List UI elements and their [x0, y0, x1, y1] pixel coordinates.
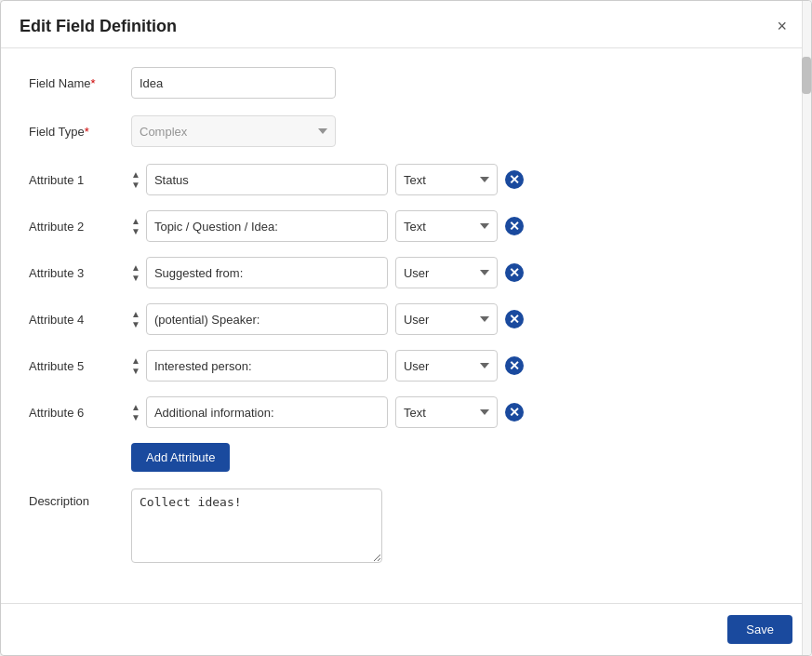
attribute-reorder-1[interactable]: ▲▼ [131, 169, 140, 190]
attribute-name-input-6[interactable] [146, 396, 388, 428]
modal-body: Field Name* Field Type* Complex Attribut… [1, 48, 811, 603]
attribute-type-select-6[interactable]: TextUser [395, 396, 498, 428]
attribute-reorder-2[interactable]: ▲▼ [131, 216, 140, 236]
attribute-name-input-2[interactable] [146, 210, 388, 242]
attribute-label-6: Attribute 6 [29, 406, 131, 420]
attribute-row: Attribute 1▲▼TextUser✕ [29, 164, 783, 195]
attribute-name-input-4[interactable] [146, 303, 388, 335]
attribute-label-3: Attribute 3 [29, 266, 131, 280]
description-textarea[interactable]: Collect ideas! [131, 489, 382, 563]
attribute-label-5: Attribute 5 [29, 359, 131, 373]
attributes-container: Attribute 1▲▼TextUser✕Attribute 2▲▼TextU… [29, 164, 783, 428]
attribute-label-2: Attribute 2 [29, 220, 131, 234]
attribute-row: Attribute 2▲▼TextUser✕ [29, 210, 783, 242]
attribute-name-input-3[interactable] [146, 257, 388, 288]
attribute-type-select-2[interactable]: TextUser [395, 210, 498, 242]
attribute-remove-button-2[interactable]: ✕ [505, 217, 524, 235]
attribute-remove-button-3[interactable]: ✕ [505, 263, 524, 282]
attribute-label-1: Attribute 1 [29, 173, 131, 187]
attribute-reorder-3[interactable]: ▲▼ [131, 262, 140, 283]
save-button[interactable]: Save [727, 615, 792, 644]
attribute-row: Attribute 4▲▼TextUser✕ [29, 303, 783, 335]
description-row: Description Collect ideas! [29, 489, 783, 563]
field-name-row: Field Name* [29, 67, 783, 99]
attribute-type-select-4[interactable]: TextUser [395, 303, 498, 335]
attribute-reorder-6[interactable]: ▲▼ [131, 402, 140, 422]
attribute-remove-button-5[interactable]: ✕ [505, 356, 524, 375]
attribute-remove-button-6[interactable]: ✕ [505, 403, 524, 422]
attribute-reorder-4[interactable]: ▲▼ [131, 309, 140, 329]
attribute-name-input-1[interactable] [146, 164, 388, 195]
attribute-row: Attribute 3▲▼TextUser✕ [29, 257, 783, 288]
add-attribute-button[interactable]: Add Attribute [131, 443, 230, 472]
field-type-select[interactable]: Complex [131, 115, 336, 147]
scrollbar-thumb[interactable] [802, 57, 811, 94]
attribute-reorder-5[interactable]: ▲▼ [131, 355, 140, 376]
field-type-row: Field Type* Complex [29, 115, 783, 147]
modal-footer: Save [1, 603, 811, 655]
modal-title: Edit Field Definition [20, 17, 177, 36]
attribute-remove-button-4[interactable]: ✕ [505, 310, 524, 328]
field-name-input[interactable] [131, 67, 336, 99]
attribute-name-input-5[interactable] [146, 350, 388, 382]
attribute-type-select-3[interactable]: TextUser [395, 257, 498, 288]
field-type-label: Field Type* [29, 125, 131, 139]
description-label: Description [29, 489, 131, 508]
attribute-remove-button-1[interactable]: ✕ [505, 170, 524, 189]
attribute-type-select-5[interactable]: TextUser [395, 350, 498, 382]
field-name-label: Field Name* [29, 76, 131, 90]
close-button[interactable]: × [771, 16, 792, 36]
attribute-row: Attribute 5▲▼TextUser✕ [29, 350, 783, 382]
modal-dialog: Edit Field Definition × Field Name* Fiel… [0, 0, 812, 656]
attribute-type-select-1[interactable]: TextUser [395, 164, 498, 195]
attribute-label-4: Attribute 4 [29, 313, 131, 327]
attribute-row: Attribute 6▲▼TextUser✕ [29, 396, 783, 428]
scrollbar-track[interactable] [802, 1, 811, 655]
modal-header: Edit Field Definition × [1, 1, 811, 48]
